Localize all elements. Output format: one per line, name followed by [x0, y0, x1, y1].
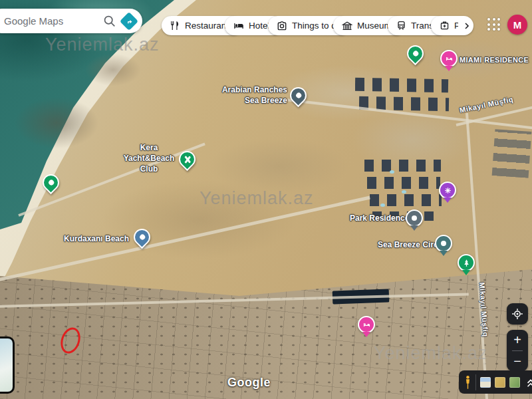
amusement-pin[interactable]	[439, 182, 456, 199]
google-attribution: Google	[227, 376, 271, 390]
lodging-pin[interactable]	[358, 316, 375, 333]
apps-grid-icon[interactable]	[487, 18, 501, 31]
sea-breeze-circus-pin[interactable]	[435, 235, 452, 252]
pool	[402, 190, 406, 194]
watermark-text: Yeniemlak.az	[374, 343, 488, 364]
camera-icon	[277, 21, 287, 31]
kurdaxani-beach-label[interactable]: Kurdaxanı Beach	[64, 233, 129, 244]
miami-residence-label[interactable]: MIAMI RESIDENCE	[460, 55, 529, 65]
my-location-icon	[511, 308, 523, 320]
paddles-icon	[180, 152, 194, 166]
watermark-text: Yeniemlak.az	[200, 188, 314, 209]
transit-icon	[396, 21, 406, 31]
search-icon[interactable]	[103, 15, 116, 27]
bed-icon	[445, 55, 454, 63]
zoom-in-button[interactable]: +	[507, 330, 528, 350]
layer-thumbnail-terrain[interactable]	[509, 377, 520, 388]
directions-icon[interactable]	[120, 11, 138, 30]
search-bar[interactable]	[0, 9, 142, 33]
zoom-control: + −	[507, 330, 528, 371]
hotels-icon	[233, 21, 244, 31]
bed-icon	[362, 321, 371, 329]
building-block	[492, 129, 532, 178]
tree-icon	[462, 259, 471, 267]
park-tree-pin[interactable]	[458, 254, 475, 271]
chevron-right-icon[interactable]	[463, 22, 471, 30]
chip-label: Phar	[454, 21, 458, 31]
building-block	[367, 177, 440, 189]
museum-icon	[342, 21, 352, 31]
map-tools-bar	[459, 370, 532, 394]
search-input[interactable]	[3, 15, 96, 27]
arabian-ranches-label[interactable]: Arabian Ranches Sea Breeze	[221, 84, 287, 106]
my-location-button[interactable]	[507, 303, 528, 325]
minimap-thumbnail[interactable]	[0, 336, 15, 394]
layer-thumbnail-map[interactable]	[480, 377, 491, 388]
zoom-out-button[interactable]: −	[507, 351, 528, 372]
account-avatar[interactable]: M	[507, 15, 527, 35]
google-maps-window: Yeniemlak.az Yeniemlak.az Yeniemlak.az M…	[0, 0, 532, 399]
watermark-text: Yeniemlak.az	[45, 35, 160, 55]
layer-thumbnail-satellite[interactable]	[495, 377, 505, 388]
pegman-icon[interactable]	[464, 374, 471, 390]
miami-residence-pin[interactable]	[440, 50, 458, 67]
restaurants-icon	[170, 21, 180, 31]
chip-pharmacies[interactable]: Phar	[431, 16, 473, 35]
collapse-chevrons-icon[interactable]	[525, 376, 532, 388]
divider	[475, 374, 476, 390]
kera-yacht-club-label[interactable]: Kera Yacht&Beach Club	[122, 142, 176, 174]
building-block	[355, 78, 448, 92]
ferris-wheel-icon	[444, 186, 452, 195]
pool	[390, 170, 394, 174]
pool	[380, 203, 385, 207]
park-residence-pin[interactable]	[406, 209, 423, 227]
pharmacy-icon	[440, 21, 450, 31]
building-block	[364, 160, 441, 172]
